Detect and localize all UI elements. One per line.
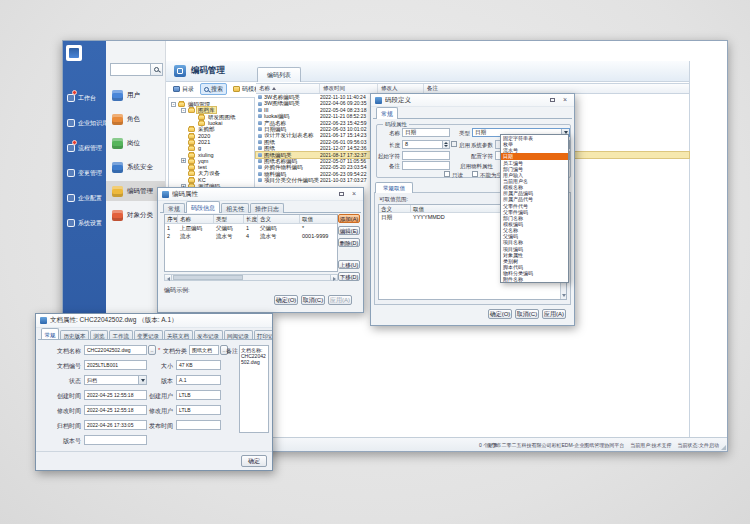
doc-name-field[interactable]: CHC22042502.dwg — [84, 345, 147, 355]
list-tab[interactable]: 编码列表 — [257, 67, 301, 82]
dialog-tab[interactable]: 浏览 — [90, 330, 108, 340]
maximize-button[interactable] — [547, 95, 557, 105]
ok-button[interactable]: 确定(O) — [274, 295, 298, 305]
panel-item-label: 对象分类 — [127, 211, 153, 220]
folder-icon — [198, 115, 205, 120]
sidebar-item-label: 系统设置 — [78, 219, 102, 228]
start-char-field[interactable] — [402, 151, 450, 160]
column-header[interactable]: 修改人 — [378, 84, 424, 93]
上层编码[interactable]: 1 上层编码 父编码 1 父编码 * — [165, 224, 337, 232]
folder-icon — [188, 140, 195, 145]
folder-icon — [178, 102, 185, 107]
tree-node-label: xiuling — [197, 152, 215, 158]
dialog-tab[interactable]: 操作日志 — [250, 203, 284, 213]
resize-grip-icon[interactable] — [721, 445, 726, 450]
close-button[interactable]: × — [560, 95, 570, 105]
dialog-tab[interactable]: 常规 — [41, 328, 59, 340]
segment-length-stepper[interactable]: 8 — [402, 140, 450, 149]
dialog-title: 码段定义 — [385, 96, 544, 105]
scroll-right-icon[interactable] — [330, 275, 337, 280]
dialog-tab[interactable]: 工作流 — [109, 330, 133, 340]
dialog-tab[interactable]: 关联文档 — [164, 330, 193, 340]
expand-toggle-icon[interactable]: - — [181, 108, 186, 113]
segment-name-field[interactable]: 日期 — [402, 128, 450, 137]
close-button[interactable]: × — [349, 189, 359, 199]
sidebar-item[interactable]: 流程管理 — [63, 137, 106, 159]
add-button[interactable]: 添加(A) — [338, 214, 360, 223]
values-tab[interactable]: 常规取值 — [375, 182, 413, 193]
directory-button[interactable]: 目录 — [169, 83, 198, 95]
sidebar-nav: 工作台 企业知识库 流程管理 变更管理 企业配置 — [63, 87, 106, 237]
readonly-checkbox[interactable] — [444, 171, 450, 177]
apply-button[interactable]: 应用(A) — [328, 295, 352, 305]
remark-box[interactable]: 文档名称: CHC22042502.dwg — [239, 345, 269, 433]
stepper-arrows-icon[interactable] — [442, 141, 449, 148]
cancel-button[interactable]: 取消(C) — [301, 295, 325, 305]
version-field: A.1 — [176, 375, 221, 385]
dialog-title: 文档属性: CHC22042502.dwg （版本: A.1） — [50, 316, 268, 325]
dialog-tab[interactable]: 打印记录 — [254, 330, 273, 340]
version-no-field[interactable] — [84, 435, 147, 445]
column-header[interactable]: 含义 — [379, 205, 411, 212]
column-header[interactable]: 名称 — [256, 84, 320, 93]
column-header[interactable]: 含义 — [258, 215, 300, 223]
dialog-tab[interactable]: 码段信息 — [186, 201, 220, 213]
expand-toggle-icon[interactable]: + — [181, 158, 186, 163]
panel-item[interactable]: 角色 — [106, 109, 165, 129]
logo-mark-icon — [69, 48, 79, 58]
not-empty-checkbox[interactable] — [472, 171, 478, 177]
dialog-tab[interactable]: 历史版本 — [60, 330, 89, 340]
dialog-tab[interactable]: 变更记录 — [134, 330, 163, 340]
code-item-icon — [258, 140, 262, 144]
maximize-icon — [550, 98, 555, 102]
sidebar-item[interactable]: 变更管理 — [63, 162, 106, 184]
panel-item[interactable]: 岗位 — [106, 133, 165, 153]
browse-button[interactable]: .. — [148, 345, 156, 355]
panel-item[interactable]: 系统安全 — [106, 157, 165, 177]
流水[interactable]: 2 流水 流水号 4 流水号 0001-9999 — [165, 232, 337, 240]
dialog-tab[interactable]: 发布记录 — [194, 330, 223, 340]
column-header[interactable]: 名称 — [178, 215, 214, 223]
move-down-button[interactable]: 下移(D) — [338, 272, 360, 281]
tree-node-label: 图档库 — [197, 107, 216, 113]
sidebar-item[interactable]: 工作台 — [63, 87, 106, 109]
column-header[interactable]: 修改时间 — [320, 84, 378, 93]
horizontal-scrollbar[interactable] — [164, 274, 338, 281]
search-button[interactable]: 搜索 — [200, 83, 227, 95]
panel-item-label: 岗位 — [127, 139, 140, 148]
enable-checkbox[interactable] — [451, 141, 457, 147]
dialog-titlebar: 码段定义 × — [371, 94, 574, 107]
maximize-button[interactable] — [336, 189, 346, 199]
expand-toggle-icon[interactable]: - — [171, 102, 176, 107]
edit-button[interactable]: 编辑(E) — [338, 226, 360, 235]
column-header[interactable]: 类型 — [214, 215, 244, 223]
panel-item[interactable]: 用户 — [106, 85, 165, 105]
dialog-tab[interactable]: 相关性 — [221, 203, 249, 213]
column-header[interactable]: 取值 — [300, 215, 337, 223]
column-header[interactable]: 备注 — [424, 84, 689, 93]
search-input[interactable] — [110, 63, 151, 76]
doc-class-field[interactable]: 图纸文档 — [189, 345, 219, 355]
divider — [36, 451, 272, 452]
scrollbar-thumb[interactable] — [173, 275, 243, 280]
sidebar-item[interactable]: 系统设置 — [63, 212, 106, 234]
move-up-button[interactable]: 上移(U) — [338, 260, 360, 269]
dialog-tab[interactable]: 常规 — [376, 107, 398, 119]
app-logo — [66, 45, 82, 61]
sidebar-item[interactable]: 企业配置 — [63, 187, 106, 209]
column-header[interactable]: 长度 — [244, 215, 258, 223]
dropdown-item[interactable]: 附件名称 — [501, 276, 568, 282]
ok-button[interactable]: 确定(O) — [488, 309, 512, 319]
code-item-icon — [258, 159, 262, 163]
column-header[interactable]: 序号 — [165, 215, 178, 223]
apply-button[interactable]: 应用(A) — [542, 309, 566, 319]
scroll-left-icon[interactable] — [165, 275, 172, 280]
dialog-tab[interactable]: 常规 — [163, 203, 185, 213]
cancel-button[interactable]: 取消(C) — [515, 309, 539, 319]
ok-button[interactable]: 确定 — [241, 455, 267, 467]
delete-button[interactable]: 删除(D) — [338, 238, 360, 247]
dialog-tab[interactable]: 回阅记录 — [224, 330, 253, 340]
search-button[interactable] — [151, 63, 163, 76]
sidebar-item[interactable]: 企业知识库 — [63, 112, 106, 134]
maximize-icon — [339, 192, 344, 196]
